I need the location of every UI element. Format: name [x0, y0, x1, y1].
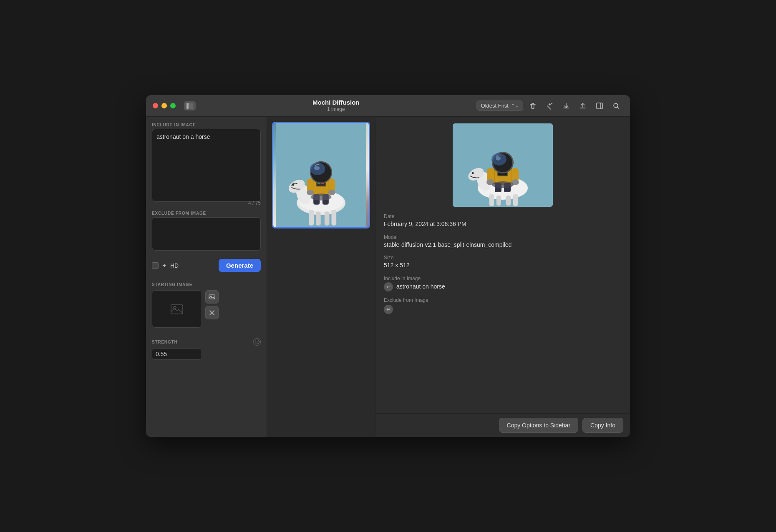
- sort-label: Oldest First: [481, 103, 509, 109]
- date-label: Date: [384, 213, 622, 219]
- svg-point-60: [496, 156, 501, 161]
- include-arrow-icon: ↩: [384, 282, 393, 291]
- copy-options-button[interactable]: Copy Options to Sidebar: [499, 418, 579, 433]
- generate-button[interactable]: Generate: [219, 259, 261, 272]
- gallery-item-selected[interactable]: [272, 122, 370, 228]
- include-image-label: Include in Image: [384, 276, 622, 281]
- svg-rect-40: [506, 196, 511, 206]
- include-content-row: ↩ astronaut on horse: [384, 282, 622, 291]
- info-icon[interactable]: ⓘ: [253, 338, 261, 346]
- strength-label: STRENGTH: [152, 340, 177, 344]
- detail-panel: Date February 9, 2024 at 3:06:36 PM Mode…: [375, 117, 630, 437]
- minimize-button[interactable]: [161, 103, 167, 108]
- add-image-button[interactable]: [205, 290, 219, 304]
- svg-rect-0: [186, 103, 189, 109]
- detail-footer: Copy Options to Sidebar Copy Info: [375, 413, 630, 437]
- strength-section: STRENGTH ⓘ 0.55: [152, 338, 261, 360]
- model-label: Model: [384, 234, 622, 240]
- detail-thumbnail: [453, 123, 553, 207]
- size-label: Size: [384, 255, 622, 261]
- sidebar-toggle-button[interactable]: [184, 101, 196, 110]
- exclude-label: EXCLUDE FROM IMAGE: [152, 211, 261, 216]
- starting-image-label: STARTING IMAGE: [152, 282, 261, 287]
- close-button[interactable]: [153, 103, 158, 108]
- app-title: Mochi Diffusion: [312, 99, 360, 106]
- search-button[interactable]: [609, 99, 623, 113]
- exclude-content-row: ↩: [384, 305, 622, 314]
- include-image-value: astronaut on horse: [396, 283, 445, 291]
- divider-1: [152, 277, 261, 277]
- traffic-lights: [153, 103, 176, 108]
- exclude-arrow-icon: ↩: [384, 305, 393, 314]
- include-image-row: Include in Image ↩ astronaut on horse: [384, 276, 622, 297]
- hd-label: HD: [170, 262, 215, 269]
- panel-toggle-button[interactable]: [592, 99, 607, 113]
- meta-exclude-row: Exclude from Image ↩: [384, 297, 622, 314]
- divider-2: [152, 333, 261, 333]
- image-buttons: [205, 290, 219, 319]
- svg-rect-15: [332, 210, 337, 226]
- titlebar-center: Mochi Diffusion 1 image: [201, 99, 471, 112]
- magic-wand-button[interactable]: [542, 99, 557, 113]
- share-button[interactable]: [576, 99, 590, 113]
- starting-image-section: STARTING IMAGE: [152, 282, 261, 328]
- exclude-textarea[interactable]: [152, 217, 261, 251]
- app-window: Mochi Diffusion 1 image Oldest First ⌃⌄: [146, 95, 630, 437]
- include-section: INCLUDE IN IMAGE astronaut on a horse 4 …: [152, 123, 261, 206]
- sparkle-icon: ✦: [162, 262, 167, 269]
- svg-point-28: [328, 190, 335, 195]
- include-textarea[interactable]: astronaut on a horse: [152, 129, 261, 202]
- svg-rect-1: [189, 103, 193, 109]
- exclude-image-label: Exclude from Image: [384, 297, 622, 303]
- hd-checkbox[interactable]: [152, 262, 159, 269]
- clear-image-button[interactable]: [205, 306, 219, 319]
- exclude-section: EXCLUDE FROM IMAGE: [152, 211, 261, 252]
- image-count: 1 image: [312, 106, 360, 112]
- hd-row: ✦ HD Generate: [152, 259, 261, 272]
- svg-point-34: [314, 166, 320, 170]
- svg-rect-13: [316, 212, 321, 226]
- svg-rect-39: [496, 196, 501, 206]
- strength-row: STRENGTH ⓘ: [152, 338, 261, 346]
- meta-model-row: Model stable-diffusion-v2.1-base_split-e…: [384, 234, 622, 249]
- starting-image-content: [152, 290, 261, 328]
- include-label: INCLUDE IN IMAGE: [152, 123, 261, 127]
- titlebar: Mochi Diffusion 1 image Oldest First ⌃⌄: [146, 95, 630, 117]
- svg-rect-14: [325, 212, 330, 226]
- model-value: stable-diffusion-v2.1-base_split-einsum_…: [384, 241, 622, 249]
- svg-rect-12: [309, 210, 314, 226]
- date-value: February 9, 2024 at 3:06:36 PM: [384, 220, 622, 228]
- detail-content: Date February 9, 2024 at 3:06:36 PM Mode…: [375, 117, 630, 413]
- download-button[interactable]: [559, 99, 573, 113]
- meta-size-row: Size 512 x 512: [384, 255, 622, 270]
- size-value: 512 x 512: [384, 261, 622, 270]
- svg-rect-38: [489, 194, 494, 206]
- app-title-block: Mochi Diffusion 1 image: [312, 99, 360, 112]
- svg-point-27: [307, 190, 314, 195]
- trash-button[interactable]: [526, 99, 540, 113]
- gallery: [267, 117, 375, 437]
- gallery-image: [273, 123, 369, 227]
- svg-rect-41: [513, 194, 518, 206]
- svg-point-44: [472, 172, 474, 174]
- strength-value: 0.55: [152, 348, 202, 360]
- meta-date-row: Date February 9, 2024 at 3:06:36 PM: [384, 213, 622, 228]
- starting-image-row: [152, 290, 261, 328]
- main-content: INCLUDE IN IMAGE astronaut on a horse 4 …: [146, 117, 630, 437]
- fullscreen-button[interactable]: [170, 103, 176, 108]
- image-drop-zone[interactable]: [152, 290, 202, 328]
- sidebar: INCLUDE IN IMAGE astronaut on a horse 4 …: [146, 117, 267, 437]
- svg-rect-5: [171, 305, 183, 314]
- titlebar-controls: Oldest First ⌃⌄: [476, 99, 623, 113]
- svg-point-61: [492, 181, 514, 188]
- sort-control[interactable]: Oldest First ⌃⌄: [476, 100, 523, 111]
- svg-point-35: [311, 193, 332, 201]
- copy-info-button[interactable]: Copy Info: [582, 418, 623, 433]
- strength-value-wrapper: 0.55: [152, 348, 261, 360]
- sort-arrows-icon: ⌃⌄: [511, 103, 519, 108]
- svg-rect-2: [597, 103, 602, 109]
